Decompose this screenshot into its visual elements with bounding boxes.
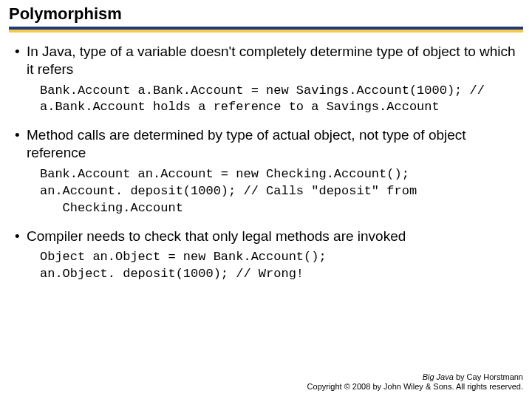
footer-line-1: Big Java by Cay Horstmann: [307, 372, 523, 382]
title-rule-blue: [9, 27, 523, 33]
slide-body: In Java, type of a variable doesn't comp…: [0, 33, 532, 283]
list-item: Compiler needs to check that only legal …: [15, 228, 517, 284]
footer-book-title: Big Java: [423, 372, 454, 381]
list-item: Method calls are determined by type of a…: [15, 126, 517, 216]
footer: Big Java by Cay Horstmann Copyright © 20…: [307, 372, 523, 392]
footer-copyright: Copyright © 2008 by John Wiley & Sons. A…: [307, 382, 523, 392]
slide-title: Polymorphism: [9, 4, 523, 24]
bullet-list: In Java, type of a variable doesn't comp…: [15, 43, 517, 283]
list-item: In Java, type of a variable doesn't comp…: [15, 43, 517, 116]
code-block: Object an.Object = new Bank.Account(); a…: [27, 249, 517, 283]
bullet-text: Method calls are determined by type of a…: [27, 127, 466, 160]
bullet-text: Compiler needs to check that only legal …: [27, 228, 406, 244]
code-block: Bank.Account a.Bank.Account = new Saving…: [27, 83, 517, 117]
code-block: Bank.Account an.Account = new Checking.A…: [27, 166, 517, 217]
footer-author: by Cay Horstmann: [454, 372, 523, 381]
title-block: Polymorphism: [0, 0, 532, 33]
bullet-text: In Java, type of a variable doesn't comp…: [27, 44, 516, 77]
